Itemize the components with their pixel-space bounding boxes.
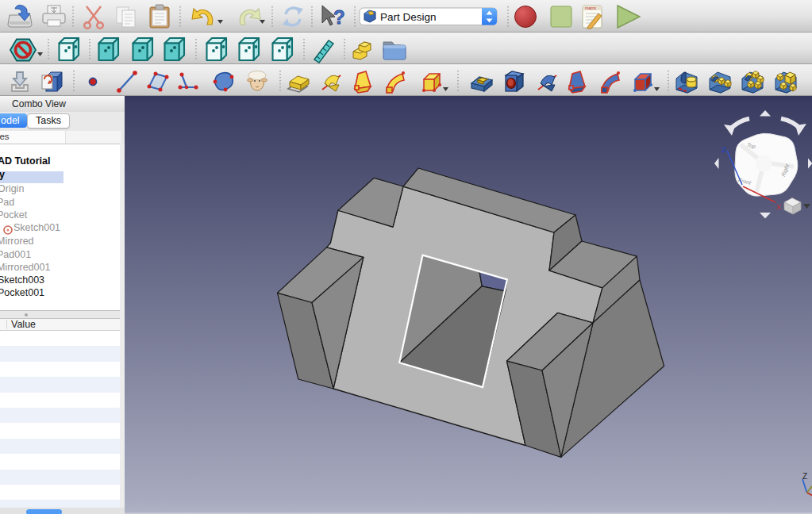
svg-text:macro: macro: [585, 6, 596, 10]
svg-text:Z: Z: [802, 472, 807, 481]
svg-text:Part Design: Part Design: [380, 11, 437, 23]
svg-text:Z: Z: [722, 145, 726, 154]
svg-text:X: X: [776, 202, 782, 211]
svg-text:?: ?: [333, 6, 345, 28]
